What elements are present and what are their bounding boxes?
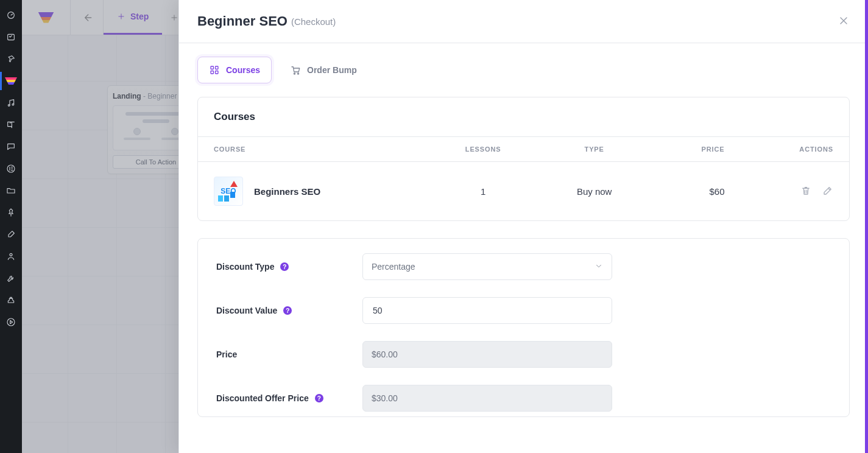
discount-type-value: Percentage	[372, 262, 415, 272]
svg-rect-7	[211, 66, 214, 69]
panel-tabs: Courses Order Bump	[197, 57, 850, 83]
svg-point-6	[7, 318, 15, 326]
folder-icon[interactable]	[0, 181, 22, 200]
pushpin-icon[interactable]	[0, 203, 22, 222]
course-price: $60	[649, 162, 740, 221]
label-price: Price	[216, 349, 362, 359]
discounted-price-readonly: $30.00	[362, 385, 612, 412]
close-icon[interactable]	[838, 15, 850, 29]
col-actions: ACTIONS	[741, 137, 849, 162]
tab-order-bump-label: Order Bump	[307, 65, 357, 75]
panel-header: Beginner SEO (Checkout)	[179, 0, 868, 43]
tab-courses[interactable]: Courses	[197, 57, 272, 83]
power-icon[interactable]	[0, 291, 22, 309]
chevron-down-icon	[595, 262, 603, 272]
app-sidebar	[0, 0, 22, 453]
label-discount-type: Discount Type ?	[216, 262, 362, 272]
discount-value-input-wrap	[362, 297, 612, 324]
edit-icon[interactable]	[822, 185, 833, 198]
help-icon[interactable]: ?	[315, 394, 323, 402]
discount-value-input[interactable]	[372, 305, 603, 316]
col-price: PRICE	[649, 137, 740, 162]
label-discount-value: Discount Value ?	[216, 306, 362, 315]
panel-title: Beginner SEO	[197, 13, 288, 29]
svg-point-12	[297, 73, 298, 74]
wrench-icon[interactable]	[0, 269, 22, 287]
discount-card: Discount Type ? Percentage Discount Valu…	[197, 238, 850, 417]
col-lessons: LESSONS	[427, 137, 538, 162]
play-icon[interactable]	[0, 313, 22, 331]
elementor-icon[interactable]	[0, 160, 22, 178]
user-icon[interactable]	[0, 247, 22, 265]
delete-icon[interactable]	[800, 185, 811, 198]
course-thumbnail: SEO	[214, 177, 243, 206]
svg-point-5	[10, 253, 12, 256]
help-icon[interactable]: ?	[283, 306, 292, 315]
tab-courses-label: Courses	[226, 65, 260, 75]
book-icon[interactable]	[0, 116, 22, 134]
paintbrush-icon[interactable]	[0, 225, 22, 244]
svg-point-2	[8, 105, 10, 107]
pin-icon[interactable]	[0, 50, 22, 68]
svg-point-11	[294, 73, 295, 74]
courses-card-title: Courses	[198, 97, 849, 136]
course-type: Buy now	[539, 162, 650, 221]
tab-order-bump[interactable]: Order Bump	[279, 57, 368, 83]
svg-rect-1	[8, 34, 15, 40]
svg-rect-9	[211, 71, 214, 74]
course-name: Beginners SEO	[254, 186, 320, 197]
music-icon[interactable]	[0, 94, 22, 112]
col-type: TYPE	[539, 137, 650, 162]
svg-rect-10	[216, 71, 219, 74]
checklist-icon[interactable]	[0, 28, 22, 46]
course-lessons: 1	[427, 162, 538, 221]
col-course: COURSE	[198, 137, 427, 162]
chat-icon[interactable]	[0, 138, 22, 156]
discount-type-select[interactable]: Percentage	[362, 253, 612, 280]
courses-table: COURSE LESSONS TYPE PRICE ACTIONS SEO	[198, 136, 849, 220]
svg-point-3	[12, 104, 14, 105]
table-row: SEO Beginners SEO 1 Buy now $60	[198, 162, 849, 221]
svg-rect-8	[216, 66, 219, 69]
panel-subtitle: (Checkout)	[291, 16, 336, 27]
dashboard-icon[interactable]	[0, 6, 22, 24]
help-icon[interactable]: ?	[280, 262, 289, 271]
price-readonly: $60.00	[362, 341, 612, 368]
courses-card: Courses COURSE LESSONS TYPE PRICE ACTION…	[197, 97, 850, 221]
funnel-icon[interactable]	[0, 72, 22, 90]
checkout-settings-panel: Beginner SEO (Checkout) Courses Order Bu…	[178, 0, 868, 453]
label-discounted-price: Discounted Offer Price ?	[216, 393, 362, 403]
svg-point-4	[7, 165, 15, 172]
